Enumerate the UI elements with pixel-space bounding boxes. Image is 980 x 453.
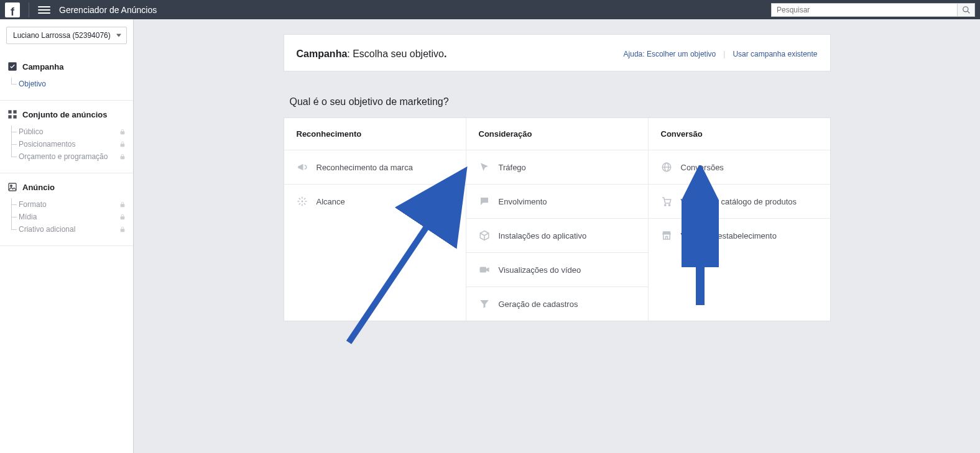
- search-button[interactable]: [958, 3, 975, 17]
- account-selector[interactable]: Luciano Larrossa (52394076): [6, 27, 127, 44]
- objectives-column-awareness: Reconhecimento Reconhecimento da marca A…: [284, 118, 466, 321]
- svg-rect-3: [8, 110, 11, 113]
- svg-rect-4: [13, 110, 16, 113]
- sidebar-item-label: Objetivo: [19, 80, 46, 88]
- objective-conversions[interactable]: Conversões: [649, 150, 830, 185]
- objective-label: Instalações do aplicativo: [499, 231, 587, 240]
- cursor-icon: [479, 162, 490, 173]
- svg-rect-6: [13, 115, 16, 118]
- objectives-column-consideration: Consideração Tráfego Envolvimento Instal…: [466, 118, 649, 321]
- app-title: Gerenciador de Anúncios: [59, 5, 157, 15]
- sidebar-item-label: Orçamento e programação: [19, 152, 108, 161]
- svg-point-15: [301, 201, 303, 203]
- grid-icon: [7, 109, 17, 119]
- objective-label: Geração de cadastros: [499, 300, 578, 309]
- objective-label: Reconhecimento da marca: [317, 163, 413, 172]
- sidebar-heading-adset[interactable]: Conjunto de anúncios: [0, 109, 133, 126]
- svg-line-21: [304, 203, 305, 204]
- reach-icon: [297, 196, 308, 207]
- sidebar-item-media: Mídia: [0, 211, 133, 223]
- sidebar-item-format: Formato: [0, 198, 133, 211]
- sidebar-heading-label: Anúncio: [22, 183, 55, 192]
- sidebar-item-audience: Público: [0, 126, 133, 138]
- search-icon: [962, 6, 971, 14]
- objective-engagement[interactable]: Envolvimento: [466, 185, 648, 219]
- column-header: Consideração: [466, 118, 648, 150]
- objective-video-views[interactable]: Visualizações do vídeo: [466, 253, 648, 287]
- box-icon: [479, 230, 490, 241]
- objective-label: Visualizações do vídeo: [499, 265, 581, 275]
- svg-rect-14: [121, 229, 125, 232]
- svg-point-29: [668, 204, 670, 206]
- card-title-rest: : Escolha seu objetivo: [347, 48, 444, 59]
- funnel-icon: [479, 298, 490, 309]
- facebook-logo-icon[interactable]: f: [5, 2, 20, 17]
- sidebar-heading-label: Conjunto de anúncios: [22, 110, 108, 119]
- sidebar-item-label: Criativo adicional: [19, 225, 75, 234]
- sidebar-item-budget: Orçamento e programação: [0, 150, 133, 163]
- marketing-question: Qual é o seu objetivo de marketing?: [284, 71, 831, 117]
- hamburger-menu-icon[interactable]: [38, 4, 50, 16]
- sidebar-item-creative: Criativo adicional: [0, 223, 133, 236]
- objective-lead-gen[interactable]: Geração de cadastros: [466, 287, 648, 321]
- sidebar-heading-ad[interactable]: Anúncio: [0, 182, 133, 198]
- sidebar-item-label: Público: [19, 127, 43, 136]
- globe-icon: [661, 162, 672, 173]
- svg-line-20: [298, 198, 300, 199]
- topbar-left: f Gerenciador de Anúncios: [5, 2, 157, 17]
- card-title: Campanha: Escolha seu objetivo.: [297, 48, 447, 60]
- svg-rect-24: [479, 267, 486, 273]
- objective-label: Visitas ao estabelecimento: [681, 231, 777, 240]
- svg-line-22: [298, 203, 300, 204]
- lock-icon: [119, 213, 126, 221]
- card-header: Campanha: Escolha seu objetivo. Ajuda: E…: [284, 35, 830, 71]
- account-selector-label: Luciano Larrossa (52394076): [13, 31, 111, 40]
- sidebar-item-objective[interactable]: Objetivo: [0, 78, 133, 90]
- sidebar-section-campaign: Campanha Objetivo: [0, 53, 133, 101]
- store-icon: [661, 230, 672, 241]
- svg-rect-13: [121, 216, 125, 219]
- objective-traffic[interactable]: Tráfego: [466, 150, 648, 185]
- card-title-dot: .: [444, 48, 446, 59]
- lock-icon: [119, 201, 126, 208]
- svg-point-28: [664, 204, 665, 206]
- svg-rect-10: [9, 183, 16, 191]
- topbar: f Gerenciador de Anúncios: [0, 0, 980, 19]
- card-header-links: Ajuda: Escolher um objetivo | Usar campa…: [624, 50, 818, 58]
- main-inner: Campanha: Escolha seu objetivo. Ajuda: E…: [284, 19, 831, 321]
- objective-catalog-sales[interactable]: Vendas do catálogo de produtos: [649, 185, 830, 219]
- svg-point-11: [11, 185, 12, 187]
- svg-line-23: [304, 198, 305, 199]
- svg-rect-9: [121, 156, 125, 159]
- lock-icon: [119, 140, 126, 148]
- column-header: Reconhecimento: [284, 118, 466, 150]
- objective-brand-awareness[interactable]: Reconhecimento da marca: [284, 150, 466, 185]
- svg-point-0: [963, 6, 968, 11]
- svg-rect-5: [8, 115, 11, 118]
- vertical-divider: [29, 2, 29, 17]
- sidebar-item-label: Formato: [19, 200, 47, 209]
- objective-store-visits[interactable]: Visitas ao estabelecimento: [649, 219, 830, 252]
- link-separator: |: [723, 50, 725, 58]
- column-header: Conversão: [649, 118, 830, 150]
- svg-rect-7: [121, 131, 125, 134]
- objectives-column-conversion: Conversão Conversões Vendas do catálogo …: [649, 118, 830, 321]
- sidebar-section-adset: Conjunto de anúncios Público Posicioname…: [0, 101, 133, 173]
- svg-line-1: [968, 11, 969, 13]
- sidebar-heading-campaign[interactable]: Campanha: [0, 62, 133, 78]
- objective-reach[interactable]: Alcance: [284, 185, 466, 218]
- layout: Luciano Larrossa (52394076) Campanha Obj…: [0, 19, 980, 453]
- help-link[interactable]: Ajuda: Escolher um objetivo: [624, 50, 716, 58]
- video-icon: [479, 264, 490, 275]
- use-existing-link[interactable]: Usar campanha existente: [733, 50, 817, 58]
- objectives-grid: Reconhecimento Reconhecimento da marca A…: [284, 117, 831, 321]
- svg-rect-12: [121, 204, 125, 207]
- chevron-down-icon: [116, 34, 121, 37]
- sidebar-heading-label: Campanha: [22, 62, 63, 71]
- objective-label: Tráfego: [499, 163, 526, 172]
- lock-icon: [119, 128, 126, 135]
- campaign-header-card: Campanha: Escolha seu objetivo. Ajuda: E…: [284, 34, 831, 71]
- svg-rect-8: [121, 144, 125, 147]
- search-input[interactable]: [771, 3, 958, 17]
- objective-app-installs[interactable]: Instalações do aplicativo: [466, 219, 648, 253]
